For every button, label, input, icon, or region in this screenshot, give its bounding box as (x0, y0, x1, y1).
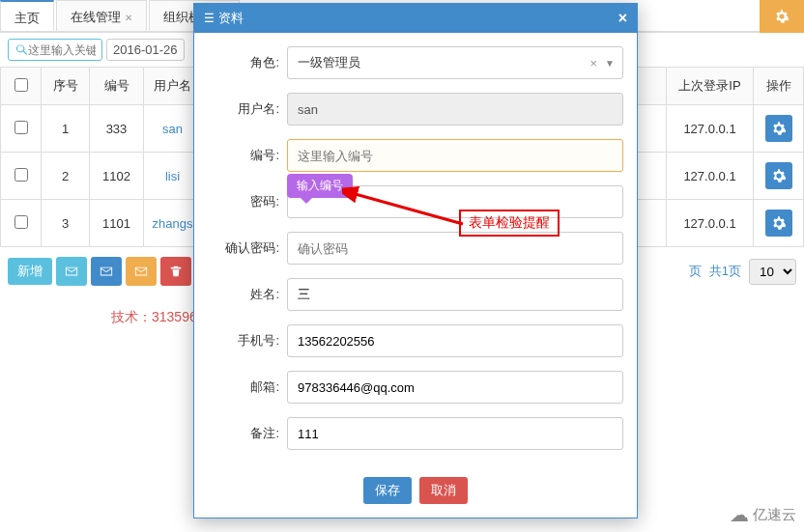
tab-online[interactable]: 在线管理✕ (56, 0, 147, 31)
pager: 页 共1页 10 (689, 259, 796, 285)
modal-dialog: ☰ 资料 × 角色: 一级管理员 × ▼ 用户名: 编号: 输入编号 密码: (193, 3, 638, 518)
confirm-label: 确认密码: (208, 239, 279, 257)
row-checkbox[interactable] (14, 215, 28, 229)
gear-icon (775, 10, 789, 23)
gear-icon (772, 122, 786, 135)
email-field[interactable] (287, 371, 623, 404)
tab-home[interactable]: 主页 (0, 0, 54, 31)
mail-button-3[interactable] (126, 257, 157, 286)
user-link[interactable]: lisi (165, 169, 180, 183)
name-field[interactable] (287, 278, 623, 311)
search-icon (14, 43, 28, 57)
row-settings-button[interactable] (765, 210, 792, 237)
cell-seq: 2 (42, 153, 90, 200)
modal-title: 资料 (218, 10, 244, 27)
annotation-box: 表单检验提醒 (459, 210, 560, 237)
chevron-down-icon[interactable]: ▼ (605, 58, 615, 69)
gear-icon (772, 169, 786, 182)
tab-label: 在线管理 (71, 10, 121, 24)
phone-field[interactable] (287, 324, 623, 357)
row-settings-button[interactable] (765, 162, 792, 189)
envelope-icon (134, 265, 148, 278)
pager-total: 共1页 (709, 263, 741, 280)
modal-header: ☰ 资料 × (194, 4, 637, 33)
tab-label: 主页 (14, 11, 40, 25)
envelope-icon (65, 265, 78, 278)
username-field (287, 93, 623, 126)
save-button[interactable]: 保存 (363, 477, 412, 504)
close-icon[interactable]: × (618, 10, 627, 27)
envelope-icon (100, 265, 113, 278)
annotation-arrow (342, 185, 468, 234)
role-select[interactable]: 一级管理员 × ▼ (287, 46, 623, 79)
remark-label: 备注: (208, 425, 279, 442)
settings-button[interactable] (760, 0, 804, 33)
role-value: 一级管理员 (298, 54, 360, 71)
col-ops: 操作 (754, 68, 804, 105)
cell-seq: 3 (42, 200, 90, 247)
cell-code: 1102 (90, 153, 144, 200)
trash-icon (169, 265, 183, 278)
clear-icon[interactable]: × (589, 56, 597, 70)
name-label: 姓名: (208, 286, 279, 303)
password-label: 密码: (208, 193, 279, 210)
select-all-checkbox[interactable] (14, 78, 28, 92)
user-link[interactable]: zhangs (153, 216, 193, 231)
add-button[interactable]: 新增 (8, 258, 52, 285)
user-link[interactable]: san (162, 122, 183, 136)
search-box[interactable] (8, 39, 102, 61)
cell-code: 333 (90, 105, 144, 153)
cancel-button[interactable]: 取消 (419, 477, 468, 504)
search-input[interactable] (28, 43, 96, 57)
cloud-icon: ☁ (730, 503, 749, 526)
close-icon[interactable]: ✕ (125, 13, 132, 23)
gear-icon (772, 216, 786, 230)
cell-ip: 127.0.0.1 (667, 153, 754, 200)
mail-button-1[interactable] (56, 257, 87, 286)
col-code: 编号 (90, 68, 144, 105)
code-field[interactable] (287, 139, 623, 172)
brand-logo: ☁ 亿速云 (730, 503, 796, 526)
row-settings-button[interactable] (765, 115, 792, 142)
cell-ip: 127.0.0.1 (667, 200, 754, 247)
email-label: 邮箱: (208, 378, 279, 396)
col-ip: 上次登录IP (667, 68, 754, 105)
cell-ip: 127.0.0.1 (667, 105, 754, 153)
delete-button[interactable] (160, 257, 191, 286)
modal-footer: 保存 取消 (194, 469, 637, 518)
username-label: 用户名: (208, 100, 279, 118)
mail-button-2[interactable] (91, 257, 122, 286)
code-label: 编号: (208, 147, 279, 164)
pager-page[interactable]: 页 (689, 263, 702, 280)
modal-body: 角色: 一级管理员 × ▼ 用户名: 编号: 输入编号 密码: 确认密码: (194, 33, 637, 469)
confirm-password-field[interactable] (287, 232, 623, 265)
brand-text: 亿速云 (753, 506, 796, 524)
page-size-select[interactable]: 10 (749, 259, 796, 285)
remark-field[interactable] (287, 417, 623, 450)
phone-label: 手机号: (208, 332, 279, 350)
date-from[interactable]: 2016-01-26 (106, 39, 185, 61)
svg-line-0 (352, 193, 463, 224)
cell-seq: 1 (42, 105, 90, 153)
row-checkbox[interactable] (14, 168, 28, 182)
list-icon: ☰ (204, 12, 215, 25)
row-checkbox[interactable] (14, 121, 28, 134)
col-seq: 序号 (42, 68, 90, 105)
role-label: 角色: (208, 54, 279, 71)
cell-code: 1101 (90, 200, 144, 247)
